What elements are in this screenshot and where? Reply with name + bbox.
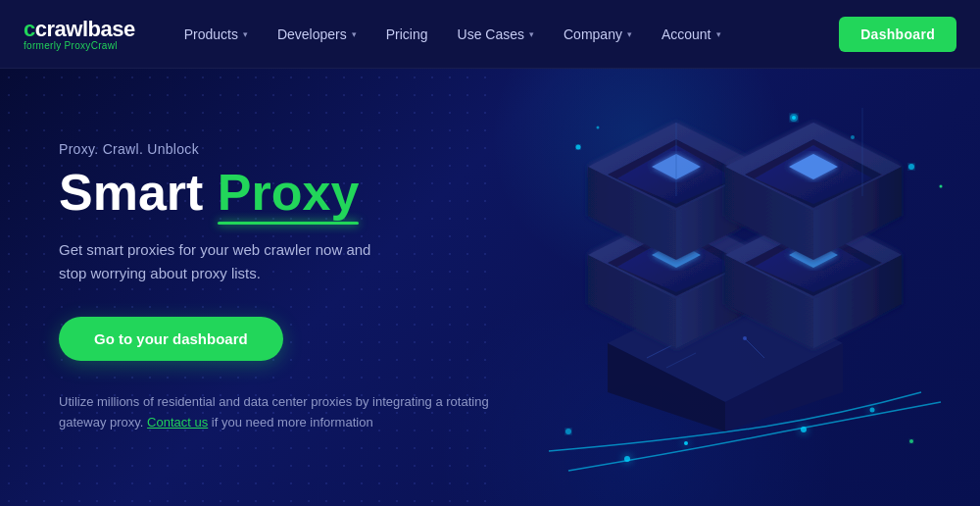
- svg-point-0: [624, 456, 630, 462]
- nav-item-developers[interactable]: Developers ▾: [264, 19, 370, 50]
- chevron-down-icon: ▾: [627, 29, 632, 39]
- chevron-down-icon: ▾: [243, 29, 248, 39]
- nav-links: Products ▾ Developers ▾ Pricing Use Case…: [171, 19, 840, 50]
- chevron-down-icon: ▾: [716, 29, 721, 39]
- hero-graphic: [490, 88, 960, 500]
- dashboard-button[interactable]: Dashboard: [839, 17, 956, 52]
- logo[interactable]: ccrawlbase formerly ProxyCrawl: [24, 17, 135, 51]
- svg-point-47: [792, 116, 796, 120]
- svg-point-3: [870, 408, 875, 413]
- svg-point-41: [565, 429, 571, 434]
- hero-info: Utilize millions of residential and data…: [59, 392, 490, 433]
- hero-description: Get smart proxies for your web crawler n…: [59, 238, 392, 285]
- nav-item-products[interactable]: Products ▾: [171, 19, 262, 50]
- chevron-down-icon: ▾: [352, 29, 357, 39]
- navbar: ccrawlbase formerly ProxyCrawl Products …: [0, 0, 980, 69]
- svg-point-37: [576, 145, 581, 150]
- nav-item-account[interactable]: Account ▾: [648, 19, 735, 50]
- svg-point-39: [908, 164, 914, 170]
- svg-point-1: [801, 427, 807, 432]
- svg-point-42: [909, 439, 913, 443]
- nav-item-use-cases[interactable]: Use Cases ▾: [444, 19, 548, 50]
- hero-title: Smart Proxy: [59, 165, 490, 221]
- hero-content: Proxy. Crawl. Unblock Smart Proxy Get sm…: [0, 141, 490, 433]
- svg-point-40: [940, 185, 943, 188]
- nav-item-pricing[interactable]: Pricing: [372, 19, 442, 50]
- isometric-illustration: [490, 88, 960, 500]
- logo-subtitle: formerly ProxyCrawl: [24, 40, 135, 51]
- logo-bracket: c: [24, 17, 35, 41]
- svg-point-43: [851, 135, 855, 139]
- hero-section: Proxy. Crawl. Unblock Smart Proxy Get sm…: [0, 69, 980, 506]
- contact-link[interactable]: Contact us: [147, 415, 208, 430]
- hero-cta-button[interactable]: Go to your dashboard: [59, 317, 283, 361]
- svg-point-12: [743, 336, 747, 340]
- svg-point-38: [597, 126, 600, 129]
- chevron-down-icon: ▾: [529, 29, 534, 39]
- logo-text: ccrawlbase: [24, 17, 135, 42]
- svg-point-2: [684, 441, 688, 445]
- hero-title-highlight: Proxy: [218, 165, 360, 221]
- nav-item-company[interactable]: Company ▾: [550, 19, 646, 50]
- hero-tagline: Proxy. Crawl. Unblock: [59, 141, 490, 157]
